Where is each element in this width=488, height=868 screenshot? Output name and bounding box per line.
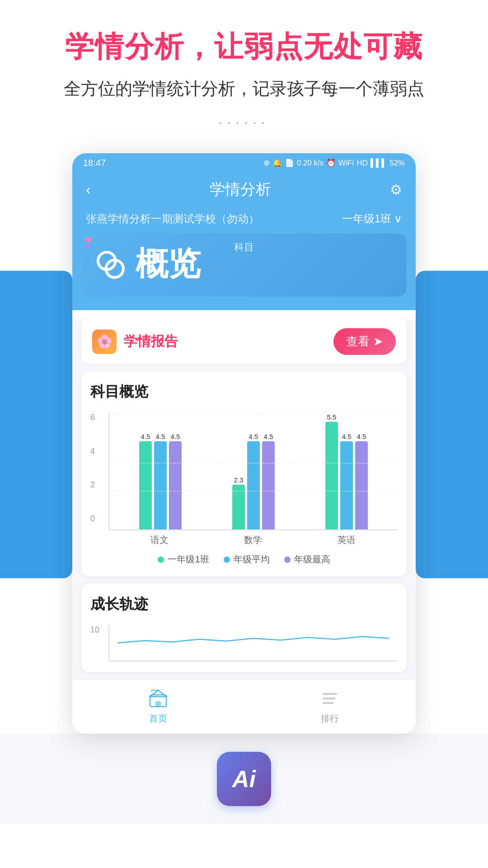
blue-panel-left [0, 271, 72, 578]
rank-label: 排行 [321, 712, 339, 725]
nav-icon: ⊕ [263, 158, 270, 168]
group-shuxue: 2.3 4.5 4.5 [232, 433, 275, 529]
val-shuxue-2: 4.5 [249, 433, 258, 440]
bar-yuwen-3: 4.5 [169, 433, 182, 529]
report-icon: 🌸 [92, 330, 117, 354]
growth-chart [108, 625, 398, 661]
subject-card[interactable]: 科目 概览 [81, 233, 407, 297]
view-label: 查看 [346, 334, 370, 349]
bars-container: 4.5 4.5 4.5 [109, 413, 398, 529]
bar-yuwen-2: 4.5 [154, 433, 167, 529]
bar-green-yuwen [139, 441, 152, 529]
volume-icon: 🔔 [272, 158, 282, 168]
legend-class: 一年级1班 [158, 553, 209, 566]
file-icon: 📄 [285, 158, 294, 168]
y-axis: 0 2 4 6 [90, 413, 95, 524]
x-label-yingyu: 英语 [338, 534, 356, 546]
dot-pink [86, 237, 91, 242]
arrow-icon: ➤ [373, 335, 383, 349]
growth-title: 成长轨迹 [90, 594, 398, 614]
legend-max: 年级最高 [284, 553, 330, 566]
legend-avg: 年级平均 [224, 553, 270, 566]
dropdown-icon: ∨ [394, 212, 402, 225]
class-selector[interactable]: 一年级1班 ∨ [342, 212, 402, 226]
nav-item-rank[interactable]: 排行 [319, 687, 341, 725]
home-icon [147, 687, 169, 710]
legend-label-max: 年级最高 [294, 553, 330, 566]
top-section: 学情分析，让弱点无处可藏 全方位的学情统计分析，记录孩子每一个薄弱点 ·····… [0, 0, 488, 153]
svg-rect-4 [155, 701, 161, 707]
grid-line-2 [109, 491, 398, 491]
nav-bar: ‹ 学情分析 ⚙ [72, 173, 416, 208]
x-label-yuwen: 语文 [150, 534, 169, 546]
bars-shuxue: 2.3 4.5 4.5 [232, 433, 275, 529]
dots-decoration-icon [86, 237, 91, 248]
bottom-nav: 首页 排行 [72, 679, 416, 734]
report-title: 学情报告 [124, 332, 178, 351]
home-label: 首页 [149, 712, 167, 725]
infinity-logo-icon [95, 248, 127, 280]
bar-yingyu-2: 4.5 [340, 433, 353, 529]
back-button[interactable]: ‹ [86, 181, 91, 198]
group-yingyu: 5.5 4.5 4.5 [325, 413, 368, 529]
report-left: 🌸 学情报告 [92, 330, 178, 354]
legend-label-avg: 年级平均 [234, 553, 270, 566]
val-yuwen-1: 4.5 [141, 433, 150, 440]
bar-shuxue-3: 4.5 [262, 433, 275, 529]
y-label-2: 2 [90, 480, 95, 490]
chart-section: 科目概览 0 2 4 6 [81, 371, 407, 576]
wifi-icon: WiFi [338, 159, 354, 168]
school-bar: 张燕学情分析一期测试学校（勿动） 一年级1班 ∨ [72, 208, 416, 233]
bottom-area: Ai [0, 734, 488, 824]
nav-item-home[interactable]: 首页 [147, 687, 169, 725]
blue-panel-right [416, 271, 488, 578]
main-title: 学情分析，让弱点无处可藏 [18, 27, 470, 66]
ai-button[interactable]: Ai [217, 752, 271, 806]
subject-current: 概览 [136, 242, 201, 286]
svg-rect-6 [323, 698, 335, 699]
view-button[interactable]: 查看 ➤ [333, 328, 396, 355]
status-bar: 18:47 ⊕ 🔔 📄 0.20 k/s ⏰ WiFi HD ▌▌▌ 52% [72, 153, 416, 173]
x-label-shuxue: 数学 [244, 534, 262, 546]
dot-purple [86, 244, 90, 248]
bars-yingyu: 5.5 4.5 4.5 [325, 413, 368, 529]
bar-yingyu-1: 5.5 [325, 413, 338, 529]
bar-purple-yuwen [169, 441, 182, 529]
subject-tabs-area: 科目 概览 [72, 233, 416, 310]
val-yuwen-3: 4.5 [171, 433, 180, 440]
growth-y-top: 10 [90, 625, 99, 635]
chart-legend: 一年级1班 年级平均 年级最高 [90, 553, 398, 566]
chart-title: 科目概览 [90, 382, 398, 402]
bar-shuxue-2: 4.5 [247, 433, 260, 529]
grid-line-6 [109, 413, 398, 413]
svg-marker-3 [150, 690, 166, 697]
growth-chart-area: 10 [90, 625, 398, 661]
bar-yingyu-3: 4.5 [355, 433, 368, 529]
dots-decoration: ······ [18, 114, 470, 131]
x-axis: 语文 数学 英语 [108, 530, 398, 546]
alarm-icon: ⏰ [326, 158, 336, 168]
bar-purple-yingyu [355, 441, 368, 529]
content-area: 🌸 学情报告 查看 ➤ 科目概览 0 2 4 [72, 319, 416, 734]
legend-dot-avg [224, 557, 230, 563]
subject-label: 科目 [234, 241, 254, 254]
bar-blue-shuxue [247, 441, 260, 529]
status-icons: ⊕ 🔔 📄 0.20 k/s ⏰ WiFi HD ▌▌▌ 52% [263, 158, 405, 168]
legend-label-class: 一年级1班 [168, 553, 209, 566]
nav-title: 学情分析 [210, 179, 271, 200]
chart-area: 4.5 4.5 4.5 [108, 413, 398, 530]
growth-section: 成长轨迹 10 [81, 584, 407, 672]
class-label: 一年级1班 [342, 212, 391, 226]
bar-purple-shuxue [262, 441, 275, 529]
svg-rect-5 [323, 693, 337, 695]
bars-yuwen: 4.5 4.5 4.5 [139, 433, 182, 529]
val-yuwen-2: 4.5 [156, 433, 165, 440]
group-yuwen: 4.5 4.5 4.5 [139, 433, 182, 529]
bar-green-yingyu [325, 422, 338, 529]
sub-title: 全方位的学情统计分析，记录孩子每一个薄弱点 [18, 77, 470, 100]
grid-line-4 [109, 463, 398, 463]
val-yingyu-3: 4.5 [357, 433, 366, 440]
gear-icon[interactable]: ⚙ [390, 182, 402, 198]
y-label-6: 6 [90, 413, 95, 422]
bar-blue-yingyu [340, 441, 353, 529]
